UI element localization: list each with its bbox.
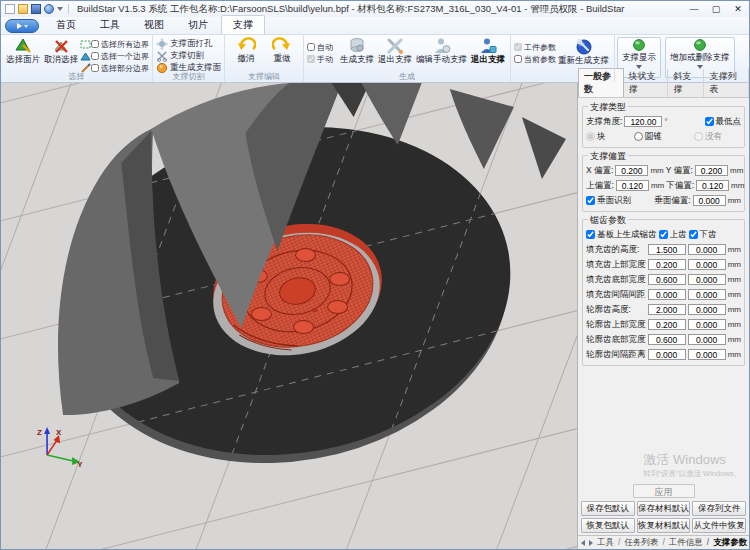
apply-button[interactable]: 应用 (633, 484, 695, 498)
tab-slant-support[interactable]: 斜支撑 (668, 69, 704, 97)
strip-scroll-left-icon[interactable] (581, 540, 585, 546)
fill-tooth-top-width-input-2[interactable] (688, 259, 726, 270)
radio-cone[interactable]: 圆锥 (634, 129, 692, 144)
user-gray-icon (433, 37, 451, 54)
offset-x-input[interactable] (615, 165, 648, 176)
cancel-select-button[interactable]: 取消选择 (42, 36, 80, 64)
strip-tab-support-params[interactable]: 支撑参数 (707, 537, 747, 549)
radio-none[interactable]: 没有 (694, 129, 722, 144)
group-label-generate: 生成 (304, 71, 510, 82)
strip-tab-part-info[interactable]: 工件信息 (662, 537, 702, 549)
check-manual[interactable]: 手动 (307, 53, 333, 65)
tab-support[interactable]: 支撑 (221, 15, 265, 34)
check-current-params[interactable]: 当前参数 (514, 53, 556, 65)
group-support-type: 支撑类型 支撑角度: ° 最低点 块 圆锥 没有 (582, 106, 745, 148)
fill-tooth-height-input-2[interactable] (688, 244, 726, 255)
check-select-one-boundary[interactable]: 选择一个边界 (91, 50, 149, 62)
strip-scroll-right-icon[interactable] (589, 540, 593, 546)
app-menu-button[interactable] (5, 19, 39, 33)
save-icon[interactable] (31, 4, 41, 14)
check-sawtooth-on-plate[interactable]: 基板上生成锯齿 (586, 227, 657, 242)
save-to-file-button[interactable]: 保存到文件 (692, 501, 746, 516)
qat-dropdown-icon[interactable] (57, 7, 63, 11)
support-angle-input[interactable] (624, 116, 662, 127)
fill-tooth-gap-input[interactable] (648, 289, 686, 300)
ribbon-group-cut: 支撑面打孔 支撑切割 重生成支撑面 支撑切割 (153, 35, 225, 82)
viewport-3d[interactable]: Z X Y (1, 83, 577, 549)
contour-tooth-bottom-width-input-2[interactable] (688, 334, 726, 345)
open-file-icon[interactable] (18, 4, 28, 14)
check-auto[interactable]: 自动 (307, 41, 333, 53)
offset-down-input[interactable] (696, 180, 729, 191)
about-icon[interactable] (44, 4, 54, 14)
fill-tooth-bottom-width-input[interactable] (648, 274, 686, 285)
check-lower-teeth[interactable]: 下齿 (689, 227, 717, 242)
restore-from-file-button[interactable]: 从文件中恢复 (692, 518, 746, 533)
tab-home[interactable]: 首页 (45, 16, 87, 34)
contour-tooth-top-width-input-2[interactable] (688, 319, 726, 330)
panel-body: 支撑类型 支撑角度: ° 最低点 块 圆锥 没有 (578, 98, 749, 535)
ribbon-group-generate: 自动 手动 生成支撑 退出支撑 编辑手动支撑 退出支撑 生成 (304, 35, 511, 82)
fill-tooth-bottom-width-input-2[interactable] (688, 274, 726, 285)
undo-button[interactable]: 撤消 (228, 36, 264, 63)
check-select-all-boundaries[interactable]: 选择所有边界 (91, 38, 149, 50)
punch-icon (156, 38, 168, 50)
radio-block[interactable]: 块 (586, 129, 632, 144)
check-upper-teeth[interactable]: 上齿 (659, 227, 687, 242)
axis-triad: Z X Y (37, 427, 83, 469)
save-material-default-button[interactable]: 保存材料默认 (637, 501, 691, 516)
offset-y-input[interactable] (695, 165, 728, 176)
save-package-default-button[interactable]: 保存包默认 (581, 501, 635, 516)
contour-tooth-bottom-width-input[interactable] (648, 334, 686, 345)
fill-tooth-top-width-input[interactable] (648, 259, 686, 270)
select-patch-button[interactable]: 选择面片 (4, 36, 42, 64)
strip-tab-task-list[interactable]: 任务列表 (618, 537, 658, 549)
offset-up-input[interactable] (616, 180, 649, 191)
tab-tools[interactable]: 工具 (89, 16, 131, 34)
punch-support-face-button[interactable]: 支撑面打孔 (156, 38, 221, 50)
fill-tooth-height-input[interactable] (648, 244, 686, 255)
tab-slice[interactable]: 切片 (177, 16, 219, 34)
contour-tooth-gap-input-2[interactable] (688, 349, 726, 360)
group-sawtooth-params: 锯齿参数 基板上生成锯齿 上齿 下齿 填充齿的高度:mm 填充齿上部宽度:mm … (582, 219, 745, 366)
tab-view[interactable]: 视图 (133, 16, 175, 34)
restore-material-default-button[interactable]: 恢复材料默认 (637, 518, 691, 533)
select-patch-icon (14, 37, 32, 54)
restore-package-default-button[interactable]: 恢复包默认 (581, 518, 635, 533)
strip-tab-tools[interactable]: 工具 (597, 537, 614, 549)
fill-tooth-gap-input-2[interactable] (688, 289, 726, 300)
exit-support-button[interactable]: 退出支撑 (376, 36, 414, 64)
contour-tooth-top-width-input[interactable] (648, 319, 686, 330)
tab-block-support[interactable]: 块状支撑 (624, 69, 669, 97)
window-title: BuildStar V1.5.3 系统 工作包名称:D:\FarsoonSLS\… (75, 3, 683, 16)
close-button[interactable]: ✕ (727, 2, 749, 17)
maximize-button[interactable]: ▢ (705, 2, 727, 17)
contour-tooth-height-input[interactable] (648, 304, 686, 315)
check-piece-params[interactable]: 工件参数 (514, 41, 556, 53)
cut-support-button[interactable]: 支撑切割 (156, 50, 221, 62)
generate-support-button[interactable]: 生成支撑 (338, 36, 376, 64)
undo-icon (236, 37, 256, 53)
impeller-part[interactable] (1, 83, 577, 549)
vertical-face-offset-input[interactable] (693, 195, 726, 206)
viewport-scene: Z X Y (1, 83, 577, 549)
minimize-button[interactable]: — (683, 2, 705, 17)
green-orb-icon-2 (692, 38, 708, 52)
tab-support-list[interactable]: 支撑列表 (704, 69, 749, 97)
regenerate-support-button[interactable]: 重新生成支撑 (556, 36, 611, 65)
edit-manual-support-button[interactable]: 编辑手动支撑 (414, 36, 469, 64)
redo-button[interactable]: 重做 (264, 36, 300, 63)
docked-tab-strip: 工具 任务列表 工件信息 支撑参数 (578, 535, 749, 549)
contour-tooth-gap-input[interactable] (648, 349, 686, 360)
panel-tabs: 一般参数 块状支撑 斜支撑 支撑列表 (578, 83, 749, 98)
app-window: BuildStar V1.5.3 系统 工作包名称:D:\FarsoonSLS\… (0, 0, 750, 550)
app-logo-icon (17, 23, 22, 29)
check-lowest-point[interactable]: 最低点 (705, 114, 742, 129)
exit-support-button-2[interactable]: 退出支撑 (469, 36, 507, 64)
axis-z-label: Z (37, 428, 42, 437)
menu-bar: 首页 工具 视图 切片 支撑 (1, 17, 749, 35)
contour-tooth-height-input-2[interactable] (688, 304, 726, 315)
new-file-icon[interactable] (5, 4, 15, 14)
check-vertical-face[interactable]: 垂面识别 (586, 193, 631, 208)
wrench-ball-icon (574, 37, 594, 55)
